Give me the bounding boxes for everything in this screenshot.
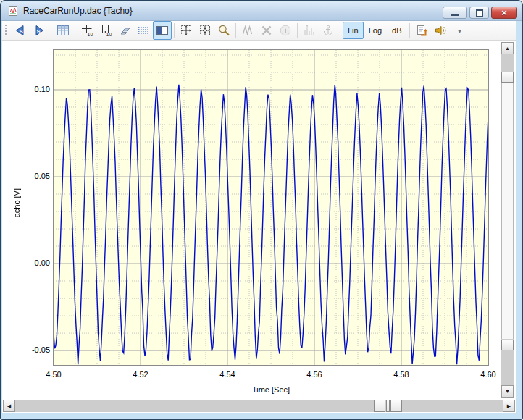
thumb-resize-handle[interactable]	[501, 72, 514, 83]
toolbar-separator	[51, 23, 51, 38]
plot-panel: Tacho [V] Time [Sec] ▲ ▼ ◀ ▶ 4.504.524.5…	[2, 41, 516, 413]
app-window: RaceCarRunUp.dac {Tacho} × S S	[0, 0, 523, 420]
close-icon: ×	[501, 8, 507, 17]
harmonic-cursor-button[interactable]: 10	[78, 21, 96, 40]
svg-text:S: S	[20, 28, 24, 35]
zoom-extents-icon	[179, 23, 193, 38]
svg-text:i: i	[285, 27, 287, 35]
vertical-scrollbar-thumb[interactable]	[501, 72, 514, 350]
y-tick-label: 0.10	[14, 85, 50, 93]
delete-trace-button[interactable]	[257, 21, 276, 40]
scroll-left-button[interactable]: ◀	[3, 400, 15, 412]
scale-log-button[interactable]: Log	[364, 22, 387, 39]
horizontal-scrollbar[interactable]: ◀ ▶	[3, 400, 515, 412]
toolbar-separator	[174, 23, 175, 38]
x-tick-label: 4.56	[297, 370, 332, 379]
thumb-resize-handle[interactable]	[501, 340, 514, 350]
vertical-scrollbar[interactable]: ▲ ▼	[501, 42, 514, 398]
minimize-icon	[451, 14, 459, 16]
thumb-resize-handle[interactable]	[374, 400, 385, 412]
signal-trace-button[interactable]	[238, 21, 257, 40]
scroll-up-button[interactable]: ▲	[501, 42, 514, 54]
reference-grid-icon	[136, 23, 151, 38]
zoom-extents-button[interactable]	[177, 21, 196, 40]
x-tick-label: 4.50	[36, 370, 71, 379]
window-title: RaceCarRunUp.dac {Tacho}	[23, 6, 133, 16]
y-tick-label: -0.05	[14, 345, 50, 354]
close-button[interactable]: ×	[491, 7, 517, 19]
arrow-up-icon: ▲	[505, 46, 510, 51]
spectrum-marker-icon	[302, 23, 317, 38]
svg-text:10: 10	[88, 32, 93, 37]
anchor-marker-button[interactable]	[319, 21, 338, 40]
zoom-magnifier-button[interactable]	[214, 21, 233, 40]
x-tick-label: 4.54	[210, 370, 245, 379]
minimize-button[interactable]	[443, 7, 467, 19]
toolbar: S S 10 10	[2, 21, 516, 41]
delete-trace-icon	[259, 23, 274, 38]
toolbar-separator	[340, 23, 340, 38]
svg-text:10: 10	[106, 32, 112, 37]
restore-button[interactable]	[469, 7, 489, 19]
horizontal-scrollbar-thumb[interactable]	[374, 400, 404, 412]
zoom-magnifier-icon	[217, 23, 231, 38]
play-sound-icon	[433, 23, 448, 38]
y-tick-label: 0.05	[14, 172, 50, 180]
toolbar-separator	[75, 23, 75, 38]
sideband-cursor-10-icon: 10	[99, 23, 113, 38]
info-icon: i	[278, 23, 293, 38]
anchor-marker-icon	[321, 23, 335, 38]
harmonic-cursor-10-icon: 10	[80, 23, 94, 38]
next-record-icon: S	[32, 23, 46, 38]
x-tick-label: 4.58	[384, 370, 419, 379]
toolbar-separator	[297, 23, 298, 38]
y-axis-title: Tacho [V]	[12, 188, 21, 222]
waveform-document-icon	[7, 5, 19, 17]
toolbar-separator	[409, 23, 410, 38]
plot-canvas[interactable]	[53, 49, 489, 366]
y-tick-label: 0.00	[14, 259, 50, 267]
signal-trace-icon	[240, 23, 255, 38]
reference-grid-button[interactable]	[134, 21, 153, 40]
split-view-icon	[155, 23, 170, 38]
sideband-cursor-button[interactable]: 10	[96, 21, 115, 40]
x-tick-label: 4.60	[471, 370, 506, 379]
next-record-button[interactable]: S	[30, 21, 49, 40]
thumb-resize-handle[interactable]	[390, 400, 402, 412]
arrow-right-icon: ▶	[507, 403, 511, 408]
titlebar[interactable]: RaceCarRunUp.dac {Tacho} ×	[1, 1, 522, 21]
scroll-down-button[interactable]: ▼	[501, 385, 514, 398]
prev-record-button[interactable]: S	[11, 21, 30, 40]
x-tick-label: 4.52	[123, 370, 158, 379]
data-grid-button[interactable]	[54, 21, 72, 40]
svg-text:S: S	[37, 28, 41, 35]
toolbar-separator	[235, 23, 236, 38]
zoom-selection-button[interactable]	[196, 21, 214, 40]
arrow-down-icon: ▼	[505, 389, 510, 394]
restore-icon	[476, 9, 483, 17]
toolbar-overflow-icon	[458, 28, 462, 28]
prev-record-icon: S	[13, 23, 28, 38]
overlay-layers-icon	[117, 23, 132, 38]
data-grid-icon	[56, 23, 70, 38]
export-clipboard-button[interactable]	[412, 21, 431, 40]
toolbar-overflow-button[interactable]: ▼	[456, 28, 464, 34]
x-axis-title: Time [Sec]	[220, 385, 322, 394]
overlay-layers-button[interactable]	[115, 21, 134, 40]
scale-lin-button[interactable]: Lin	[343, 22, 364, 39]
arrow-left-icon: ◀	[7, 403, 11, 408]
play-sound-button[interactable]	[431, 21, 450, 40]
toolbar-grip[interactable]	[5, 25, 7, 36]
zoom-selection-icon	[198, 23, 212, 38]
info-button[interactable]: i	[276, 21, 295, 40]
spectrum-marker-button[interactable]	[300, 21, 319, 40]
scale-db-button[interactable]: dB	[387, 22, 406, 39]
scroll-right-button[interactable]: ▶	[503, 400, 515, 412]
waveform-chart	[54, 50, 488, 365]
split-view-button[interactable]	[153, 21, 172, 40]
export-clipboard-icon	[414, 23, 429, 38]
